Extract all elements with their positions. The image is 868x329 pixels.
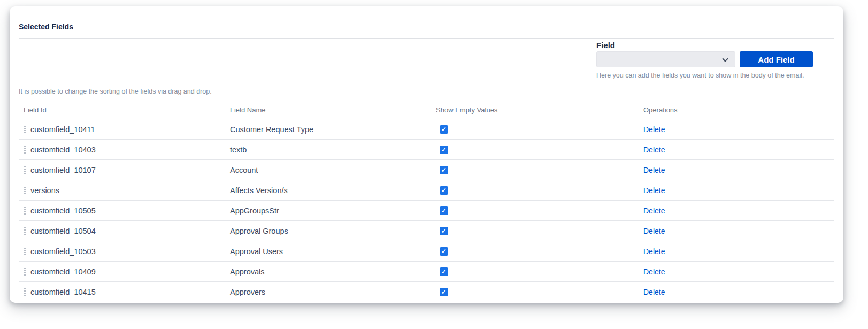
field-name-cell: Approval Groups [230,227,436,235]
show-empty-checkbox[interactable]: ✓ [440,267,448,276]
show-empty-checkbox[interactable]: ✓ [440,227,448,235]
table-header-row: Field Id Field Name Show Empty Values Op… [19,101,834,119]
delete-link[interactable]: Delete [643,166,665,174]
table-body: customfield_10411 Customer Request Type … [19,119,834,302]
field-name-cell: Approvals [230,267,436,276]
column-header-operations: Operations [643,106,834,114]
column-header-show-empty-values: Show Empty Values [436,106,643,114]
drag-handle-icon[interactable] [24,268,26,276]
field-id-cell: customfield_10504 [30,227,96,235]
field-name-cell: Approvers [230,288,436,296]
delete-link[interactable]: Delete [643,146,665,154]
field-id-cell: customfield_10505 [30,206,96,215]
delete-link[interactable]: Delete [643,227,665,235]
show-empty-checkbox[interactable]: ✓ [440,247,448,256]
drag-handle-icon[interactable] [24,248,26,255]
table-row: customfield_10504 Approval Groups ✓ Dele… [19,221,834,241]
delete-link[interactable]: Delete [643,288,665,296]
field-block: Field Add Field Here you can add the fie… [596,40,813,80]
delete-link[interactable]: Delete [643,206,665,215]
show-empty-checkbox[interactable]: ✓ [440,125,448,134]
selected-fields-panel: Selected Fields Field Add Field Here you… [10,6,843,303]
show-empty-checkbox[interactable]: ✓ [440,186,448,195]
table-row: customfield_10411 Customer Request Type … [19,119,834,140]
field-name-cell: Affects Version/s [230,186,436,195]
delete-link[interactable]: Delete [643,125,665,134]
field-id-cell: customfield_10403 [30,146,96,154]
field-name-cell: Customer Request Type [230,125,436,134]
table-row: customfield_10415 Approvers ✓ Delete [19,282,834,302]
field-name-cell: Approval Users [230,247,436,256]
chevron-down-icon [722,56,728,62]
drag-handle-icon[interactable] [24,227,26,235]
field-id-cell: versions [30,186,59,195]
show-empty-checkbox[interactable]: ✓ [440,288,448,296]
field-id-cell: customfield_10409 [30,267,96,276]
field-id-cell: customfield_10415 [30,288,96,296]
column-header-field-name: Field Name [230,106,436,114]
drag-drop-hint: It is possible to change the sorting of … [19,87,834,96]
add-field-toolbar: Field Add Field Here you can add the fie… [19,39,834,80]
field-name-cell: AppGroupsStr [230,206,436,215]
field-help-text: Here you can add the fields you want to … [596,71,813,80]
drag-handle-icon[interactable] [24,146,26,154]
field-select[interactable] [596,51,735,67]
delete-link[interactable]: Delete [643,247,665,256]
field-name-cell: textb [230,146,436,154]
show-empty-checkbox[interactable]: ✓ [440,166,448,174]
drag-handle-icon[interactable] [24,126,26,133]
field-id-cell: customfield_10503 [30,247,96,256]
field-id-cell: customfield_10411 [30,125,95,134]
selected-fields-table: Field Id Field Name Show Empty Values Op… [19,101,834,302]
table-row: versions Affects Version/s ✓ Delete [19,180,834,201]
table-row: customfield_10503 Approval Users ✓ Delet… [19,241,834,262]
table-row: customfield_10107 Account ✓ Delete [19,160,834,180]
column-header-field-id: Field Id [19,106,230,114]
delete-link[interactable]: Delete [643,267,665,276]
page: Selected Fields Field Add Field Here you… [0,0,868,329]
drag-handle-icon[interactable] [24,187,26,194]
table-row: customfield_10505 AppGroupsStr ✓ Delete [19,201,834,221]
delete-link[interactable]: Delete [643,186,665,195]
drag-handle-icon[interactable] [24,166,26,174]
show-empty-checkbox[interactable]: ✓ [440,206,448,215]
show-empty-checkbox[interactable]: ✓ [440,146,448,154]
drag-handle-icon[interactable] [24,207,26,215]
field-label: Field [596,40,813,50]
drag-handle-icon[interactable] [24,288,26,296]
add-field-button[interactable]: Add Field [740,51,813,67]
table-row: customfield_10409 Approvals ✓ Delete [19,262,834,282]
panel-title: Selected Fields [19,6,834,39]
table-row: customfield_10403 textb ✓ Delete [19,140,834,160]
field-name-cell: Account [230,166,436,174]
field-id-cell: customfield_10107 [30,166,96,174]
